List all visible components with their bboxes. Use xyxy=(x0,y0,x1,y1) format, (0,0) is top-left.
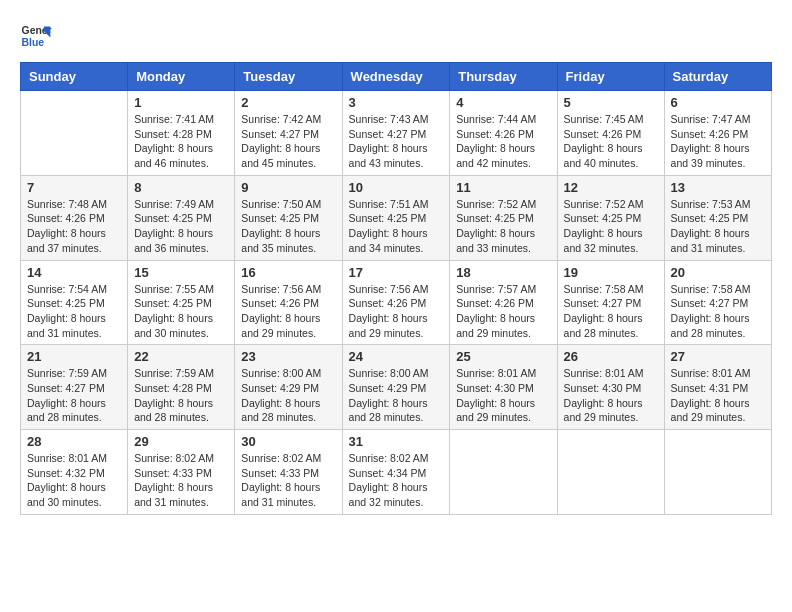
day-number: 18 xyxy=(456,265,550,280)
day-info: Sunrise: 8:01 AM Sunset: 4:32 PM Dayligh… xyxy=(27,451,121,510)
day-info: Sunrise: 8:00 AM Sunset: 4:29 PM Dayligh… xyxy=(349,366,444,425)
day-number: 8 xyxy=(134,180,228,195)
day-number: 11 xyxy=(456,180,550,195)
calendar-cell: 30Sunrise: 8:02 AM Sunset: 4:33 PM Dayli… xyxy=(235,430,342,515)
day-info: Sunrise: 8:02 AM Sunset: 4:33 PM Dayligh… xyxy=(134,451,228,510)
calendar-cell: 21Sunrise: 7:59 AM Sunset: 4:27 PM Dayli… xyxy=(21,345,128,430)
day-number: 2 xyxy=(241,95,335,110)
calendar-cell: 13Sunrise: 7:53 AM Sunset: 4:25 PM Dayli… xyxy=(664,175,771,260)
day-number: 3 xyxy=(349,95,444,110)
calendar-cell: 4Sunrise: 7:44 AM Sunset: 4:26 PM Daylig… xyxy=(450,91,557,176)
calendar-cell: 18Sunrise: 7:57 AM Sunset: 4:26 PM Dayli… xyxy=(450,260,557,345)
weekday-header-thursday: Thursday xyxy=(450,63,557,91)
calendar-cell xyxy=(557,430,664,515)
logo-icon: General Blue xyxy=(20,20,52,52)
day-number: 10 xyxy=(349,180,444,195)
weekday-header-sunday: Sunday xyxy=(21,63,128,91)
calendar-cell: 6Sunrise: 7:47 AM Sunset: 4:26 PM Daylig… xyxy=(664,91,771,176)
day-info: Sunrise: 7:44 AM Sunset: 4:26 PM Dayligh… xyxy=(456,112,550,171)
day-number: 14 xyxy=(27,265,121,280)
day-info: Sunrise: 7:52 AM Sunset: 4:25 PM Dayligh… xyxy=(456,197,550,256)
day-number: 4 xyxy=(456,95,550,110)
day-info: Sunrise: 7:58 AM Sunset: 4:27 PM Dayligh… xyxy=(564,282,658,341)
day-info: Sunrise: 8:01 AM Sunset: 4:30 PM Dayligh… xyxy=(564,366,658,425)
calendar-cell: 7Sunrise: 7:48 AM Sunset: 4:26 PM Daylig… xyxy=(21,175,128,260)
day-info: Sunrise: 7:55 AM Sunset: 4:25 PM Dayligh… xyxy=(134,282,228,341)
calendar-cell: 28Sunrise: 8:01 AM Sunset: 4:32 PM Dayli… xyxy=(21,430,128,515)
day-info: Sunrise: 7:57 AM Sunset: 4:26 PM Dayligh… xyxy=(456,282,550,341)
day-number: 1 xyxy=(134,95,228,110)
calendar-cell xyxy=(664,430,771,515)
calendar-cell: 8Sunrise: 7:49 AM Sunset: 4:25 PM Daylig… xyxy=(128,175,235,260)
calendar-cell: 19Sunrise: 7:58 AM Sunset: 4:27 PM Dayli… xyxy=(557,260,664,345)
day-info: Sunrise: 8:02 AM Sunset: 4:33 PM Dayligh… xyxy=(241,451,335,510)
day-info: Sunrise: 7:56 AM Sunset: 4:26 PM Dayligh… xyxy=(241,282,335,341)
day-number: 25 xyxy=(456,349,550,364)
day-number: 21 xyxy=(27,349,121,364)
weekday-header-monday: Monday xyxy=(128,63,235,91)
day-info: Sunrise: 7:47 AM Sunset: 4:26 PM Dayligh… xyxy=(671,112,765,171)
day-info: Sunrise: 7:59 AM Sunset: 4:27 PM Dayligh… xyxy=(27,366,121,425)
day-number: 22 xyxy=(134,349,228,364)
calendar-week-row: 21Sunrise: 7:59 AM Sunset: 4:27 PM Dayli… xyxy=(21,345,772,430)
calendar-cell: 2Sunrise: 7:42 AM Sunset: 4:27 PM Daylig… xyxy=(235,91,342,176)
day-info: Sunrise: 7:43 AM Sunset: 4:27 PM Dayligh… xyxy=(349,112,444,171)
day-number: 31 xyxy=(349,434,444,449)
weekday-header-saturday: Saturday xyxy=(664,63,771,91)
day-info: Sunrise: 7:50 AM Sunset: 4:25 PM Dayligh… xyxy=(241,197,335,256)
calendar-cell: 3Sunrise: 7:43 AM Sunset: 4:27 PM Daylig… xyxy=(342,91,450,176)
day-number: 9 xyxy=(241,180,335,195)
calendar-cell xyxy=(450,430,557,515)
day-number: 16 xyxy=(241,265,335,280)
day-number: 19 xyxy=(564,265,658,280)
calendar-cell: 22Sunrise: 7:59 AM Sunset: 4:28 PM Dayli… xyxy=(128,345,235,430)
day-info: Sunrise: 8:01 AM Sunset: 4:30 PM Dayligh… xyxy=(456,366,550,425)
calendar-cell xyxy=(21,91,128,176)
day-info: Sunrise: 7:54 AM Sunset: 4:25 PM Dayligh… xyxy=(27,282,121,341)
day-number: 5 xyxy=(564,95,658,110)
calendar-week-row: 1Sunrise: 7:41 AM Sunset: 4:28 PM Daylig… xyxy=(21,91,772,176)
day-number: 7 xyxy=(27,180,121,195)
calendar-cell: 11Sunrise: 7:52 AM Sunset: 4:25 PM Dayli… xyxy=(450,175,557,260)
calendar-cell: 9Sunrise: 7:50 AM Sunset: 4:25 PM Daylig… xyxy=(235,175,342,260)
day-info: Sunrise: 7:42 AM Sunset: 4:27 PM Dayligh… xyxy=(241,112,335,171)
calendar-week-row: 7Sunrise: 7:48 AM Sunset: 4:26 PM Daylig… xyxy=(21,175,772,260)
calendar-cell: 31Sunrise: 8:02 AM Sunset: 4:34 PM Dayli… xyxy=(342,430,450,515)
day-number: 24 xyxy=(349,349,444,364)
day-number: 17 xyxy=(349,265,444,280)
day-info: Sunrise: 8:02 AM Sunset: 4:34 PM Dayligh… xyxy=(349,451,444,510)
day-info: Sunrise: 7:58 AM Sunset: 4:27 PM Dayligh… xyxy=(671,282,765,341)
calendar-table: SundayMondayTuesdayWednesdayThursdayFrid… xyxy=(20,62,772,515)
day-number: 27 xyxy=(671,349,765,364)
day-info: Sunrise: 7:56 AM Sunset: 4:26 PM Dayligh… xyxy=(349,282,444,341)
calendar-cell: 29Sunrise: 8:02 AM Sunset: 4:33 PM Dayli… xyxy=(128,430,235,515)
calendar-cell: 26Sunrise: 8:01 AM Sunset: 4:30 PM Dayli… xyxy=(557,345,664,430)
svg-text:Blue: Blue xyxy=(22,37,45,48)
calendar-cell: 10Sunrise: 7:51 AM Sunset: 4:25 PM Dayli… xyxy=(342,175,450,260)
calendar-cell: 25Sunrise: 8:01 AM Sunset: 4:30 PM Dayli… xyxy=(450,345,557,430)
calendar-cell: 20Sunrise: 7:58 AM Sunset: 4:27 PM Dayli… xyxy=(664,260,771,345)
weekday-header-tuesday: Tuesday xyxy=(235,63,342,91)
day-info: Sunrise: 7:49 AM Sunset: 4:25 PM Dayligh… xyxy=(134,197,228,256)
calendar-cell: 1Sunrise: 7:41 AM Sunset: 4:28 PM Daylig… xyxy=(128,91,235,176)
calendar-week-row: 28Sunrise: 8:01 AM Sunset: 4:32 PM Dayli… xyxy=(21,430,772,515)
day-number: 20 xyxy=(671,265,765,280)
day-info: Sunrise: 8:01 AM Sunset: 4:31 PM Dayligh… xyxy=(671,366,765,425)
calendar-cell: 27Sunrise: 8:01 AM Sunset: 4:31 PM Dayli… xyxy=(664,345,771,430)
logo: General Blue xyxy=(20,20,56,52)
day-info: Sunrise: 7:53 AM Sunset: 4:25 PM Dayligh… xyxy=(671,197,765,256)
day-info: Sunrise: 8:00 AM Sunset: 4:29 PM Dayligh… xyxy=(241,366,335,425)
calendar-header-row: SundayMondayTuesdayWednesdayThursdayFrid… xyxy=(21,63,772,91)
calendar-cell: 12Sunrise: 7:52 AM Sunset: 4:25 PM Dayli… xyxy=(557,175,664,260)
day-info: Sunrise: 7:51 AM Sunset: 4:25 PM Dayligh… xyxy=(349,197,444,256)
day-number: 30 xyxy=(241,434,335,449)
page-header: General Blue xyxy=(20,20,772,52)
weekday-header-wednesday: Wednesday xyxy=(342,63,450,91)
day-info: Sunrise: 7:48 AM Sunset: 4:26 PM Dayligh… xyxy=(27,197,121,256)
day-number: 6 xyxy=(671,95,765,110)
day-number: 23 xyxy=(241,349,335,364)
calendar-cell: 5Sunrise: 7:45 AM Sunset: 4:26 PM Daylig… xyxy=(557,91,664,176)
day-number: 26 xyxy=(564,349,658,364)
day-number: 13 xyxy=(671,180,765,195)
calendar-cell: 14Sunrise: 7:54 AM Sunset: 4:25 PM Dayli… xyxy=(21,260,128,345)
